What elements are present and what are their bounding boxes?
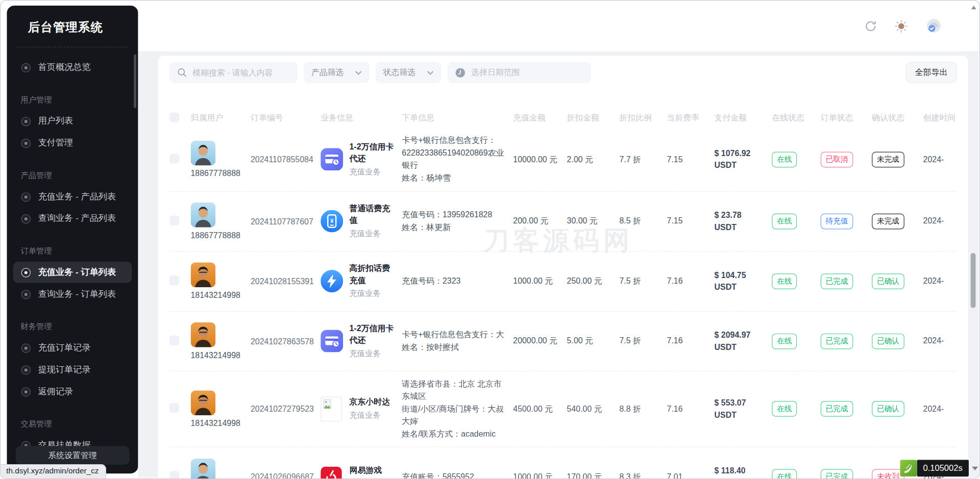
perf-timer-badge[interactable]: 0.105002s (917, 460, 969, 476)
recharge-amount: 1000.00 元 (513, 275, 567, 287)
confirm-status-badge: 已确认 (872, 273, 904, 289)
user-phone: 18143214998 (190, 290, 243, 299)
order-status-badge: 已完成 (821, 469, 853, 479)
sidebar-item-label: 用户列表 (38, 116, 74, 127)
discount-amount: 250.00 元 (567, 275, 620, 287)
target-icon (21, 290, 31, 299)
current-rate: 7.16 (667, 403, 715, 415)
row-checkbox[interactable] (169, 154, 180, 164)
sidebar-item[interactable]: 查询业务 - 订单列表 (13, 284, 132, 305)
sidebar-item[interactable]: 充值业务 - 订单列表 (13, 262, 132, 283)
filter-bar: 产品筛选 状态筛选 选择日期范围 (169, 62, 957, 83)
business-name: 普通话费充值 (349, 203, 394, 226)
netease-icon (321, 465, 343, 479)
sidebar-item-label: 支付管理 (38, 137, 74, 148)
sidebar-group-label: 订单管理 (20, 246, 138, 257)
column-header: 折扣金额 (567, 112, 620, 123)
sidebar-nav: 首页概况总览 用户管理用户列表支付管理产品管理充值业务 - 产品列表查询业务 -… (7, 47, 138, 456)
topbar (138, 1, 979, 51)
sidebar-item[interactable]: 提现订单记录 (13, 359, 132, 381)
refresh-icon[interactable] (864, 19, 877, 33)
theme-toggle-icon[interactable] (894, 19, 908, 33)
confirm-status-badge: 未完成 (872, 152, 904, 167)
order-info: 充值号码：13959261828姓名：林更新 (402, 209, 505, 234)
app-title: 后台管理系统 (7, 6, 138, 36)
target-icon (21, 116, 31, 125)
pay-amount: $ 104.75USDT (715, 269, 765, 293)
sidebar-group: 产品管理充值业务 - 产品列表查询业务 - 产品列表 (7, 170, 138, 229)
sidebar-item[interactable]: 充值订单记录 (13, 337, 132, 359)
main-area: 产品筛选 状态筛选 选择日期范围 (138, 1, 979, 477)
sidebar-group: 订单管理充值业务 - 订单列表查询业务 - 订单列表 (7, 246, 138, 305)
confirm-status-badge: 已确认 (872, 333, 904, 349)
sidebar-item-label: 充值业务 - 订单列表 (38, 267, 116, 278)
product-filter-dropdown[interactable]: 产品筛选 (304, 62, 370, 83)
perf-extension-icon[interactable] (900, 460, 917, 476)
business-type: 充值业务 (349, 348, 394, 359)
date-range-picker[interactable]: 选择日期范围 (448, 62, 592, 83)
target-icon (21, 268, 31, 277)
sidebar-item-label: 查询业务 - 产品列表 (38, 213, 116, 224)
row-checkbox[interactable] (169, 275, 180, 285)
current-rate: 7.16 (667, 275, 715, 287)
row-checkbox[interactable] (169, 471, 180, 479)
sidebar-item-label: 充值业务 - 产品列表 (38, 191, 116, 203)
recharge-amount: 200.00 元 (513, 215, 567, 228)
scroll-up-arrow-icon[interactable] (971, 6, 976, 9)
column-header: 下单信息 (402, 112, 513, 123)
status-filter-dropdown[interactable]: 状态筛选 (376, 62, 442, 83)
discount-amount: 30.00 元 (567, 215, 620, 228)
sidebar-item[interactable]: 返佣记录 (13, 381, 132, 402)
sidebar-item[interactable]: 用户列表 (13, 111, 132, 132)
pay-amount: $ 2094.97USDT (715, 329, 765, 354)
current-rate: 7.16 (667, 335, 715, 347)
sidebar-scrollbar-thumb[interactable] (134, 55, 136, 108)
order-status-badge: 已取消 (821, 152, 853, 167)
online-status-badge: 在线 (772, 213, 797, 229)
column-header: 业务信息 (321, 112, 402, 123)
discount-amount: 5.00 元 (567, 335, 620, 347)
sidebar-item-label: 充值订单记录 (38, 342, 91, 354)
user-avatar (190, 390, 215, 415)
business-name: 网易游戏 (349, 465, 394, 476)
broken-image-icon (321, 396, 343, 421)
clock-icon (455, 67, 465, 78)
user-phone: 18867778888 (190, 231, 243, 240)
export-all-button[interactable]: 全部导出 (905, 62, 957, 83)
link-status-tooltip: th.dsyl.xyz/admin/order_cz (1, 464, 106, 478)
search-field[interactable] (192, 68, 290, 77)
user-avatar (190, 262, 215, 287)
user-avatar (190, 203, 215, 228)
sidebar-item-home[interactable]: 首页概况总览 (13, 57, 132, 78)
row-checkbox[interactable] (169, 335, 180, 345)
sidebar-item[interactable]: 支付管理 (13, 133, 132, 154)
sidebar-item[interactable]: 充值业务 - 产品列表 (13, 186, 132, 208)
page-scrollbar-thumb[interactable] (971, 253, 976, 308)
order-info: 卡号+银行信息包含支行：6228233865194020869农业银行姓名：杨坤… (402, 134, 505, 185)
table-row: 1886777888820241026096687网易游戏充值业务充值账号：58… (169, 447, 957, 479)
system-settings-button[interactable]: 系统设置管理 (16, 446, 130, 465)
select-all-checkbox[interactable] (169, 112, 180, 122)
business-type: 充值业务 (349, 411, 394, 421)
caret-down-icon[interactable] (972, 466, 978, 470)
sidebar-item[interactable]: 查询业务 - 产品列表 (13, 208, 132, 230)
discount-ratio: 8.3 折 (619, 471, 667, 479)
online-status-badge: 在线 (772, 273, 797, 289)
discount-ratio: 8.5 折 (619, 215, 667, 228)
order-info: 充值号码：2323 (402, 275, 505, 288)
table-row: 18867778888202411078550841-2万信用卡代还充值业务卡号… (169, 128, 957, 191)
search-input[interactable] (169, 62, 298, 83)
order-status-badge: 待充值 (821, 213, 853, 229)
page-scrollbar[interactable] (970, 3, 976, 476)
target-icon (21, 63, 31, 72)
row-checkbox[interactable] (169, 403, 180, 413)
column-header: 在线状态 (772, 112, 821, 123)
business-name: 京东小时达 (349, 397, 394, 409)
sidebar: 后台管理系统 首页概况总览 用户管理用户列表支付管理产品管理充值业务 - 产品列… (7, 6, 138, 473)
account-avatar-icon[interactable] (925, 17, 942, 35)
table-row: 1814321499820241028155391高折扣话费充值充值业务充值号码… (169, 251, 957, 311)
order-status-badge: 已完成 (821, 333, 853, 349)
row-checkbox[interactable] (169, 215, 180, 225)
column-header: 支付金额 (715, 112, 772, 123)
order-status-badge: 已完成 (821, 273, 853, 289)
